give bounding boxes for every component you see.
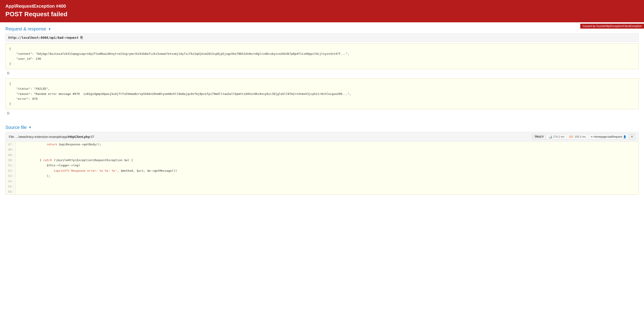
line-content-50: } catch (\GuzzleHttp\Exception\RequestEx… bbox=[16, 158, 136, 163]
line-content-55 bbox=[16, 184, 23, 189]
code-line-47: 47: return $apiResponse->getBody(); bbox=[6, 142, 638, 147]
caused-by-badge: Caused by GuzzleHttp\Exception\ClientExc… bbox=[580, 24, 644, 29]
line-num-49: 49: bbox=[6, 152, 16, 158]
user-icon: 👤 bbox=[623, 135, 626, 138]
file-name: HttpClient.php bbox=[68, 135, 90, 139]
code-line-53: 53: ); bbox=[6, 173, 638, 178]
url-copy-icon[interactable]: ⎘ bbox=[80, 35, 83, 40]
code-line-50: 50: } catch (\GuzzleHttp\Exception\Reque… bbox=[6, 158, 638, 163]
line-content-52: \sprintf('Response error: %s %s: %s', $m… bbox=[16, 168, 180, 173]
code-line-56: 56: bbox=[6, 189, 638, 194]
file-path: .../www/tracy-extension-example/app/ bbox=[16, 135, 68, 139]
response-copy-row: ⎘ bbox=[6, 110, 638, 116]
line-content-48 bbox=[16, 147, 23, 152]
code-line-51: 51: $this->logger->log( bbox=[6, 163, 638, 168]
time2-value: 100.3 ms bbox=[575, 135, 586, 138]
file-path-label: File: .../www/tracy-extension-example/ap… bbox=[9, 135, 94, 139]
line-content-56 bbox=[16, 189, 23, 194]
code-line-48: 48: bbox=[6, 147, 638, 152]
file-line: 57 bbox=[91, 135, 94, 139]
tracy-time1: 📊 274.2 ms bbox=[546, 134, 567, 140]
source-file-arrow[interactable]: ▼ bbox=[28, 126, 32, 129]
tracy-dic: DIC 100.3 ms bbox=[567, 134, 588, 139]
time1-value: 274.2 ms bbox=[553, 135, 564, 138]
line-num-51: 51: bbox=[6, 163, 16, 168]
source-file-section-title: Source file ▼ bbox=[0, 121, 644, 132]
dic-label: DIC bbox=[569, 135, 574, 138]
line-num-56: 56: bbox=[6, 189, 16, 194]
source-code-block: 47: return $apiResponse->getBody(); 48: … bbox=[6, 142, 638, 195]
line-num-53: 53: bbox=[6, 173, 16, 178]
line-num-52: 52: bbox=[6, 168, 16, 173]
url-bar: http://localhost:8008/api/bad-request ⎘ bbox=[6, 33, 638, 42]
exception-title: App\RequestException #400 bbox=[6, 4, 638, 9]
line-num-47: 47: bbox=[6, 142, 16, 147]
request-response-label: Request & response bbox=[6, 26, 46, 32]
request-copy-row: ⎘ bbox=[6, 70, 638, 76]
source-file-label: Source file bbox=[6, 125, 27, 130]
code-line-52: 52: \sprintf('Response error: %s %s: %s'… bbox=[6, 168, 638, 173]
line-content-49 bbox=[16, 152, 23, 158]
line-content-53: ); bbox=[16, 173, 53, 178]
request-response-section-title: Request & response ▼ bbox=[0, 22, 644, 33]
tracy-close-button[interactable]: ✕ bbox=[629, 134, 635, 139]
source-file-header: File: .../www/tracy-extension-example/ap… bbox=[6, 132, 638, 142]
action-label: Homepage:badRequest bbox=[594, 135, 622, 138]
line-content-51: $this->logger->log( bbox=[16, 163, 83, 168]
tracy-action[interactable]: ➜ Homepage:badRequest 👤 bbox=[588, 134, 629, 139]
line-content-47: return $apiResponse->getBody(); bbox=[16, 142, 104, 147]
file-label-text: File: bbox=[9, 135, 16, 139]
code-line-54: 54: bbox=[6, 179, 638, 184]
line-num-55: 55: bbox=[6, 184, 16, 189]
url-text: http://localhost:8008/api/bad-request bbox=[8, 36, 78, 40]
error-header: App\RequestException #400 POST Request f… bbox=[0, 0, 644, 22]
response-body-block: { "status": "FAILED", "reason": "Random … bbox=[6, 78, 638, 109]
line-num-54: 54: bbox=[6, 179, 16, 184]
line-num-50: 50: bbox=[6, 158, 16, 163]
chart-icon: 📊 bbox=[548, 135, 552, 139]
line-content-54 bbox=[16, 179, 23, 184]
tracy-label: TRACY bbox=[532, 134, 546, 139]
request-copy-icon[interactable]: ⎘ bbox=[7, 71, 10, 75]
arrow-right-icon: ➜ bbox=[590, 135, 593, 138]
exception-message: POST Request failed bbox=[6, 11, 638, 18]
response-copy-icon[interactable]: ⎘ bbox=[7, 111, 10, 115]
request-body-block: { "content": "bdjmgcl8uztasafzk311qegyva… bbox=[6, 44, 638, 69]
tracy-bar: TRACY 📊 274.2 ms DIC 100.3 ms ➜ Homepage… bbox=[532, 134, 636, 140]
code-line-49: 49: bbox=[6, 152, 638, 158]
line-num-48: 48: bbox=[6, 147, 16, 152]
request-response-arrow[interactable]: ▼ bbox=[48, 27, 51, 31]
code-line-55: 55: bbox=[6, 184, 638, 189]
